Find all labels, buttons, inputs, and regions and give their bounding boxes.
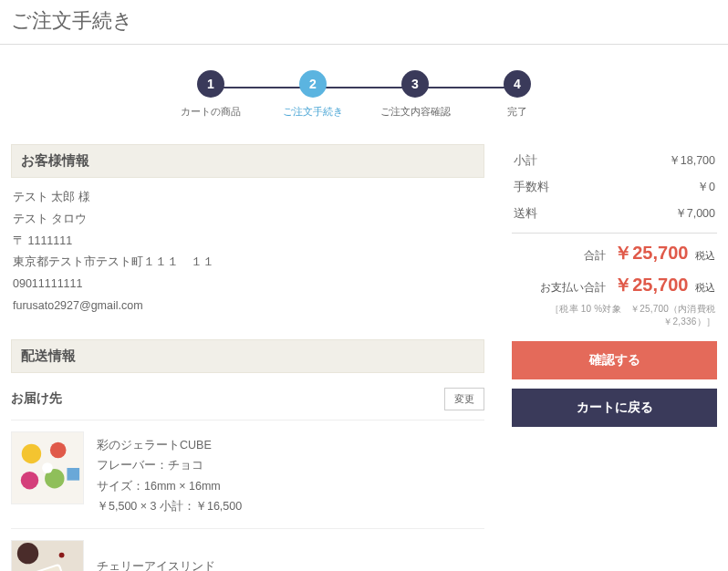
svg-point-2	[50, 441, 67, 458]
separator	[512, 233, 717, 234]
shipping-sub-heading: お届け先	[11, 390, 62, 407]
ship-label: 送料	[514, 206, 537, 222]
subtotal-value: ￥18,700	[669, 153, 715, 169]
customer-info: テスト 太郎 様 テスト タロウ 〒 1111111 東京都テスト市テスト町１１…	[11, 187, 484, 339]
customer-email: furusato2927@gmail.com	[13, 296, 483, 317]
item-thumbnail	[11, 431, 84, 504]
step-circle: 4	[504, 70, 531, 98]
item-option: フレーバー：チョコ	[97, 455, 242, 476]
pay-tax: 税込	[695, 282, 715, 293]
page-title: ご注文手続き	[0, 0, 728, 45]
item-option: サイズ：16mm × 16mm	[97, 476, 242, 497]
svg-point-12	[59, 552, 65, 557]
fee-label: 手数料	[514, 180, 549, 195]
summary-panel: 小計 ￥18,700 手数料 ￥0 送料 ￥7,000 合計 ￥25,700 税…	[512, 144, 717, 436]
step-3: 3 ご注文内容確認	[364, 70, 466, 119]
progress-steps: 1 カートの商品 2 ご注文手続き 3 ご注文内容確認 4 完了	[0, 45, 728, 135]
shipping-heading: 配送情報	[11, 339, 484, 373]
customer-heading: お客様情報	[11, 144, 484, 178]
step-4: 4 完了	[466, 70, 568, 119]
cart-item: 彩のジェラートCUBE フレーバー：チョコ サイズ：16mm × 16mm ￥5…	[11, 420, 484, 528]
change-address-button[interactable]: 変更	[444, 388, 484, 410]
customer-postal: 〒 1111111	[13, 231, 483, 253]
svg-point-8	[17, 542, 38, 563]
svg-rect-5	[67, 468, 79, 481]
svg-point-6	[42, 462, 53, 473]
step-label: 完了	[466, 105, 568, 119]
grand-value: ￥25,700	[614, 243, 688, 263]
back-to-cart-button[interactable]: カートに戻る	[512, 389, 717, 427]
confirm-button[interactable]: 確認する	[512, 341, 717, 379]
item-name: チェリーアイスリンド	[97, 556, 226, 572]
customer-phone: 09011111111	[13, 274, 483, 296]
customer-name: テスト 太郎 様	[13, 187, 483, 209]
step-circle: 1	[197, 70, 224, 98]
item-price-line: ￥5,500 × 3 小計：￥16,500	[97, 496, 242, 517]
step-label: ご注文内容確認	[364, 105, 466, 119]
step-circle: 2	[299, 70, 327, 98]
svg-point-3	[21, 471, 39, 489]
grand-label: 合計	[584, 249, 606, 262]
pay-label: お支払い合計	[540, 281, 606, 294]
pay-value: ￥25,700	[614, 275, 688, 295]
item-thumbnail	[11, 540, 84, 572]
step-label: カートの商品	[160, 105, 262, 119]
cart-item: チェリーアイスリンド ￥550 × 4 小計：￥2,200	[11, 528, 484, 572]
step-label: ご注文手続き	[262, 105, 364, 119]
step-2: 2 ご注文手続き	[262, 70, 364, 119]
customer-address: 東京都テスト市テスト町１１１ １１	[13, 252, 483, 274]
fee-value: ￥0	[697, 180, 715, 195]
step-1: 1 カートの商品	[160, 70, 262, 119]
svg-point-1	[22, 443, 41, 462]
customer-kana: テスト タロウ	[13, 209, 483, 231]
step-circle: 3	[401, 70, 429, 98]
subtotal-label: 小計	[514, 153, 537, 169]
left-column: お客様情報 テスト 太郎 様 テスト タロウ 〒 1111111 東京都テスト市…	[11, 144, 484, 571]
ship-value: ￥7,000	[675, 206, 715, 222]
item-name: 彩のジェラートCUBE	[97, 435, 242, 456]
grand-tax: 税込	[695, 250, 715, 261]
tax-note: ［税率 10 %対象 ￥25,700（内消費税 ￥2,336）］	[512, 301, 717, 341]
